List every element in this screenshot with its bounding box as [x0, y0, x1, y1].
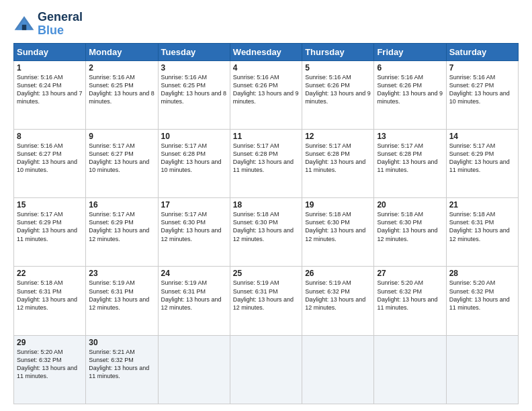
calendar-week-row: 8Sunrise: 5:16 AMSunset: 6:27 PMDaylight… — [14, 129, 519, 197]
calendar-day-cell: 7Sunrise: 5:16 AMSunset: 6:27 PMDaylight… — [446, 60, 518, 129]
day-number: 9 — [89, 132, 154, 141]
calendar-day-header: Thursday — [302, 43, 374, 60]
day-number: 13 — [377, 132, 443, 141]
day-info: Sunrise: 5:16 AMSunset: 6:27 PMDaylight:… — [449, 73, 515, 106]
day-number: 10 — [161, 132, 227, 141]
logo-text: General Blue — [38, 11, 83, 38]
day-info: Sunrise: 5:16 AMSunset: 6:26 PMDaylight:… — [305, 73, 371, 106]
day-info: Sunrise: 5:18 AMSunset: 6:30 PMDaylight:… — [305, 210, 371, 243]
calendar-day-cell: 19Sunrise: 5:18 AMSunset: 6:30 PMDayligh… — [302, 198, 374, 267]
day-number: 12 — [305, 132, 371, 141]
day-info: Sunrise: 5:17 AMSunset: 6:27 PMDaylight:… — [89, 142, 154, 175]
calendar-day-cell — [374, 335, 446, 404]
calendar-day-cell: 10Sunrise: 5:17 AMSunset: 6:28 PMDayligh… — [158, 129, 230, 197]
calendar-day-cell: 4Sunrise: 5:16 AMSunset: 6:26 PMDaylight… — [230, 60, 302, 129]
day-number: 5 — [305, 63, 371, 73]
calendar-day-header: Wednesday — [230, 43, 302, 60]
day-number: 30 — [89, 338, 154, 347]
day-info: Sunrise: 5:16 AMSunset: 6:25 PMDaylight:… — [89, 73, 154, 106]
day-info: Sunrise: 5:18 AMSunset: 6:31 PMDaylight:… — [17, 279, 83, 312]
logo-icon — [13, 15, 35, 34]
day-number: 2 — [89, 63, 154, 73]
calendar-day-cell: 8Sunrise: 5:16 AMSunset: 6:27 PMDaylight… — [14, 129, 86, 197]
calendar-day-cell: 12Sunrise: 5:17 AMSunset: 6:28 PMDayligh… — [302, 129, 374, 197]
calendar-day-cell: 20Sunrise: 5:18 AMSunset: 6:30 PMDayligh… — [374, 198, 446, 267]
calendar-day-header: Sunday — [14, 43, 86, 60]
calendar-day-cell: 26Sunrise: 5:19 AMSunset: 6:32 PMDayligh… — [302, 267, 374, 335]
day-number: 27 — [377, 269, 443, 278]
day-info: Sunrise: 5:17 AMSunset: 6:29 PMDaylight:… — [89, 210, 154, 243]
day-info: Sunrise: 5:16 AMSunset: 6:24 PMDaylight:… — [17, 73, 83, 106]
day-number: 4 — [233, 63, 299, 73]
header: General Blue — [13, 11, 519, 38]
day-number: 26 — [305, 269, 371, 278]
calendar-day-cell — [302, 335, 374, 404]
day-info: Sunrise: 5:17 AMSunset: 6:29 PMDaylight:… — [449, 142, 515, 175]
day-number: 23 — [89, 269, 154, 278]
calendar-week-row: 29Sunrise: 5:20 AMSunset: 6:32 PMDayligh… — [14, 335, 519, 404]
calendar-day-cell: 3Sunrise: 5:16 AMSunset: 6:25 PMDaylight… — [158, 60, 230, 129]
calendar-day-cell: 29Sunrise: 5:20 AMSunset: 6:32 PMDayligh… — [14, 335, 86, 404]
calendar-body: 1Sunrise: 5:16 AMSunset: 6:24 PMDaylight… — [14, 60, 519, 404]
day-number: 22 — [17, 269, 83, 278]
day-number: 3 — [161, 63, 227, 73]
calendar-week-row: 1Sunrise: 5:16 AMSunset: 6:24 PMDaylight… — [14, 60, 519, 129]
day-info: Sunrise: 5:17 AMSunset: 6:29 PMDaylight:… — [17, 210, 83, 243]
calendar-day-cell — [446, 335, 518, 404]
day-info: Sunrise: 5:17 AMSunset: 6:28 PMDaylight:… — [305, 142, 371, 175]
calendar-day-cell: 18Sunrise: 5:18 AMSunset: 6:30 PMDayligh… — [230, 198, 302, 267]
day-number: 14 — [449, 132, 515, 141]
day-number: 25 — [233, 269, 299, 278]
day-info: Sunrise: 5:16 AMSunset: 6:25 PMDaylight:… — [161, 73, 227, 106]
day-number: 15 — [17, 200, 83, 210]
day-info: Sunrise: 5:19 AMSunset: 6:31 PMDaylight:… — [161, 279, 227, 312]
calendar-day-cell: 13Sunrise: 5:17 AMSunset: 6:28 PMDayligh… — [374, 129, 446, 197]
day-number: 19 — [305, 200, 371, 210]
day-info: Sunrise: 5:19 AMSunset: 6:32 PMDaylight:… — [305, 279, 371, 312]
day-number: 8 — [17, 132, 83, 141]
calendar-day-cell: 25Sunrise: 5:19 AMSunset: 6:31 PMDayligh… — [230, 267, 302, 335]
calendar-day-cell: 1Sunrise: 5:16 AMSunset: 6:24 PMDaylight… — [14, 60, 86, 129]
day-info: Sunrise: 5:17 AMSunset: 6:28 PMDaylight:… — [233, 142, 299, 175]
calendar-week-row: 22Sunrise: 5:18 AMSunset: 6:31 PMDayligh… — [14, 267, 519, 335]
day-info: Sunrise: 5:21 AMSunset: 6:32 PMDaylight:… — [89, 348, 154, 381]
day-info: Sunrise: 5:17 AMSunset: 6:28 PMDaylight:… — [377, 142, 443, 175]
calendar-day-header: Tuesday — [158, 43, 230, 60]
day-info: Sunrise: 5:18 AMSunset: 6:31 PMDaylight:… — [449, 210, 515, 243]
day-number: 29 — [17, 338, 83, 347]
page: General Blue SundayMondayTuesdayWednesda… — [0, 0, 532, 411]
calendar-day-cell: 2Sunrise: 5:16 AMSunset: 6:25 PMDaylight… — [86, 60, 158, 129]
calendar-day-cell: 14Sunrise: 5:17 AMSunset: 6:29 PMDayligh… — [446, 129, 518, 197]
calendar-day-cell: 28Sunrise: 5:20 AMSunset: 6:32 PMDayligh… — [446, 267, 518, 335]
calendar-day-cell: 30Sunrise: 5:21 AMSunset: 6:32 PMDayligh… — [86, 335, 158, 404]
calendar-day-cell: 15Sunrise: 5:17 AMSunset: 6:29 PMDayligh… — [14, 198, 86, 267]
calendar-day-cell: 5Sunrise: 5:16 AMSunset: 6:26 PMDaylight… — [302, 60, 374, 129]
calendar-day-cell — [230, 335, 302, 404]
calendar-day-cell: 27Sunrise: 5:20 AMSunset: 6:32 PMDayligh… — [374, 267, 446, 335]
svg-rect-2 — [22, 25, 26, 30]
day-info: Sunrise: 5:20 AMSunset: 6:32 PMDaylight:… — [377, 279, 443, 312]
day-info: Sunrise: 5:16 AMSunset: 6:26 PMDaylight:… — [233, 73, 299, 106]
day-number: 11 — [233, 132, 299, 141]
day-number: 28 — [449, 269, 515, 278]
calendar-day-header: Saturday — [446, 43, 518, 60]
calendar-day-cell: 23Sunrise: 5:19 AMSunset: 6:31 PMDayligh… — [86, 267, 158, 335]
day-info: Sunrise: 5:19 AMSunset: 6:31 PMDaylight:… — [233, 279, 299, 312]
day-number: 1 — [17, 63, 83, 73]
day-info: Sunrise: 5:20 AMSunset: 6:32 PMDaylight:… — [17, 348, 83, 381]
calendar-header-row: SundayMondayTuesdayWednesdayThursdayFrid… — [14, 43, 519, 60]
calendar-table: SundayMondayTuesdayWednesdayThursdayFrid… — [13, 43, 519, 404]
day-number: 21 — [449, 200, 515, 210]
day-number: 24 — [161, 269, 227, 278]
day-number: 6 — [377, 63, 443, 73]
day-info: Sunrise: 5:16 AMSunset: 6:27 PMDaylight:… — [17, 142, 83, 175]
calendar-day-cell: 17Sunrise: 5:17 AMSunset: 6:30 PMDayligh… — [158, 198, 230, 267]
day-number: 7 — [449, 63, 515, 73]
calendar-day-cell — [158, 335, 230, 404]
calendar-day-cell: 21Sunrise: 5:18 AMSunset: 6:31 PMDayligh… — [446, 198, 518, 267]
calendar-day-cell: 9Sunrise: 5:17 AMSunset: 6:27 PMDaylight… — [86, 129, 158, 197]
day-info: Sunrise: 5:18 AMSunset: 6:30 PMDaylight:… — [377, 210, 443, 243]
day-info: Sunrise: 5:17 AMSunset: 6:30 PMDaylight:… — [161, 210, 227, 243]
day-info: Sunrise: 5:16 AMSunset: 6:26 PMDaylight:… — [377, 73, 443, 106]
calendar-day-cell: 6Sunrise: 5:16 AMSunset: 6:26 PMDaylight… — [374, 60, 446, 129]
